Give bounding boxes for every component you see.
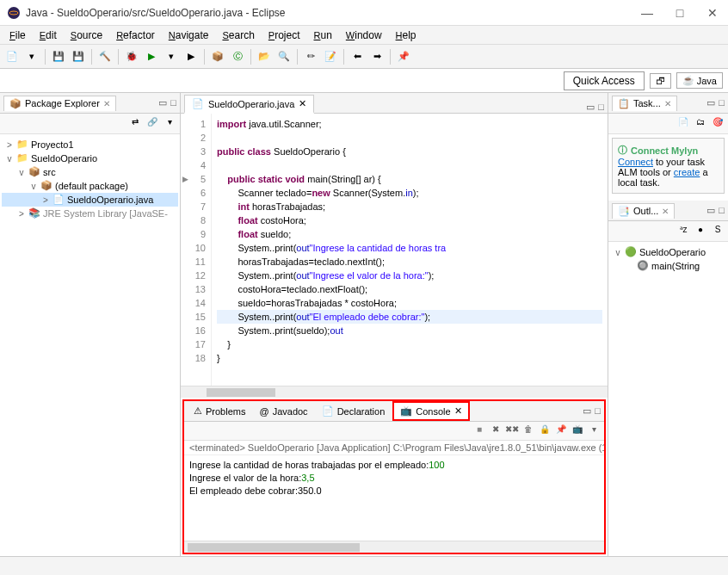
tree-item[interactable]: >📄SueldoOperario.java [2, 193, 178, 207]
menu-help[interactable]: Help [390, 28, 423, 43]
console-h-scrollbar[interactable] [184, 541, 604, 553]
minimize-button[interactable]: — [639, 6, 656, 20]
bottom-maximize-icon[interactable]: □ [595, 405, 601, 417]
hide-fields-icon[interactable]: ● [694, 225, 707, 238]
outline-min-icon[interactable]: ▭ [706, 205, 715, 216]
package-explorer-tree[interactable]: >📁Proyecto1v📁SueldoOperariov📦srcv📦(defau… [0, 134, 180, 556]
remove-launch-icon[interactable]: ✖ [489, 424, 503, 438]
task-list-tab[interactable]: 📋 Task... ✕ [612, 96, 677, 111]
menu-edit[interactable]: Edit [34, 28, 63, 43]
search-button[interactable]: 🔍 [275, 48, 293, 65]
annotation-button[interactable]: 📝 [322, 48, 339, 65]
minimize-view-icon[interactable]: ▭ [158, 97, 167, 108]
menu-run[interactable]: Run [308, 28, 338, 43]
open-console-icon[interactable]: ▾ [587, 424, 601, 438]
save-all-button[interactable]: 💾 [70, 48, 87, 65]
sort-icon[interactable]: ᵃz [676, 225, 690, 238]
task-close-icon[interactable]: ✕ [664, 99, 671, 108]
outline-tree[interactable]: v🟢SueldoOperario🔘main(String [608, 242, 728, 556]
java-perspective-button[interactable]: ☕ Java [676, 72, 723, 89]
menu-source[interactable]: Source [65, 28, 108, 43]
clear-console-icon[interactable]: 🗑 [521, 424, 535, 438]
outline-header: 📑 Outl... ✕ ▭ □ [608, 201, 728, 221]
maximize-button[interactable]: □ [671, 6, 688, 20]
task-max-icon[interactable]: □ [719, 97, 725, 108]
tree-item[interactable]: v📁SueldoOperario [2, 151, 178, 165]
bottom-minimize-icon[interactable]: ▭ [583, 405, 591, 417]
new-class-button[interactable]: Ⓒ [229, 48, 246, 65]
scroll-lock-icon[interactable]: 🔒 [538, 424, 552, 438]
menu-navigate[interactable]: Navigate [163, 28, 215, 43]
editor-minimize-icon[interactable]: ▭ [586, 102, 595, 113]
tree-item[interactable]: >📚JRE System Library [JavaSE- [2, 207, 178, 220]
forward-button[interactable]: ➡ [368, 48, 386, 65]
java-perspective-icon: ☕ [682, 75, 694, 86]
quick-access-bar: Quick Access 🗗 ☕ Java [0, 69, 728, 93]
new-dropdown[interactable]: ▾ [23, 48, 40, 65]
focus-icon[interactable]: 🎯 [711, 117, 725, 131]
remove-all-icon[interactable]: ✖✖ [505, 424, 519, 438]
editor-tab-close-icon[interactable]: ✕ [299, 98, 306, 109]
close-button[interactable]: ✕ [704, 6, 721, 20]
new-button[interactable]: 📄 [3, 48, 21, 65]
code-area[interactable]: import java.util.Scanner; public class S… [212, 114, 608, 386]
menu-project[interactable]: Project [262, 28, 306, 43]
new-task-icon[interactable]: 📄 [676, 117, 690, 131]
view-menu-icon[interactable]: ▾ [163, 117, 176, 131]
terminate-icon[interactable]: ■ [472, 424, 486, 438]
maximize-view-icon[interactable]: □ [170, 97, 176, 108]
run-button[interactable]: ▶ [143, 48, 160, 65]
bottom-tab-javadoc[interactable]: @Javadoc [253, 404, 313, 419]
open-perspective-button[interactable]: 🗗 [650, 73, 671, 89]
menu-refactor[interactable]: Refactor [110, 28, 161, 43]
pin-button[interactable]: 📌 [395, 48, 412, 65]
tree-item[interactable]: >📁Proyecto1 [2, 138, 178, 151]
task-toolbar: 📄 🗂 🎯 [608, 114, 728, 134]
back-button[interactable]: ⬅ [349, 48, 366, 65]
editor-content[interactable]: 1234▶56789101112131415161718 import java… [181, 114, 608, 386]
hide-static-icon[interactable]: S [711, 225, 725, 238]
quick-access-field[interactable]: Quick Access [564, 71, 645, 90]
categorize-icon[interactable]: 🗂 [694, 117, 707, 131]
outline-tab[interactable]: 📑 Outl... ✕ [612, 203, 675, 219]
link-editor-icon[interactable]: 🔗 [145, 117, 159, 131]
menu-window[interactable]: Window [340, 28, 388, 43]
open-type-button[interactable]: 📂 [256, 48, 273, 65]
tree-item[interactable]: v📦src [2, 165, 178, 179]
menu-search[interactable]: Search [216, 28, 260, 43]
outline-item[interactable]: v🟢SueldoOperario [610, 245, 726, 259]
package-explorer-toolbar: ⇄ 🔗 ▾ [0, 114, 180, 134]
run-dropdown[interactable]: ▾ [163, 48, 180, 65]
package-explorer-panel: 📦 Package Explorer ✕ ▭ □ ⇄ 🔗 ▾ >📁Proyect… [0, 93, 181, 556]
display-console-icon[interactable]: 📺 [571, 424, 584, 438]
bottom-tabs: ⚠Problems@Javadoc📄Declaration📺Console ✕ … [184, 401, 604, 422]
editor-tab-sueldooperario[interactable]: 📄 SueldoOperario.java ✕ [184, 95, 314, 114]
build-button[interactable]: 🔨 [96, 48, 114, 65]
new-package-button[interactable]: 📦 [209, 48, 226, 65]
task-icon: 📋 [618, 98, 630, 109]
collapse-all-icon[interactable]: ⇄ [128, 117, 142, 131]
bottom-tab-problems[interactable]: ⚠Problems [188, 403, 251, 419]
package-explorer-close-icon[interactable]: ✕ [103, 99, 110, 108]
mylyn-connect-link[interactable]: Connect [618, 157, 653, 167]
coverage-button[interactable]: ▶ [182, 48, 200, 65]
pin-console-icon[interactable]: 📌 [554, 424, 568, 438]
bottom-tab-console[interactable]: 📺Console ✕ [392, 401, 469, 421]
editor-area: 📄 SueldoOperario.java ✕ ▭ □ 1234▶5678910… [181, 93, 608, 398]
debug-button[interactable]: 🐞 [123, 48, 140, 65]
editor-h-scrollbar[interactable] [181, 386, 608, 398]
editor-maximize-icon[interactable]: □ [598, 102, 604, 113]
package-explorer-tab[interactable]: 📦 Package Explorer ✕ [3, 96, 116, 111]
outline-close-icon[interactable]: ✕ [662, 207, 669, 216]
toggle-mark-button[interactable]: ✏ [302, 48, 319, 65]
task-min-icon[interactable]: ▭ [706, 97, 715, 108]
menu-file[interactable]: File [3, 28, 32, 43]
bottom-tab-declaration[interactable]: 📄Declaration [316, 403, 392, 419]
tree-item[interactable]: v📦(default package) [2, 179, 178, 193]
eclipse-icon [7, 6, 21, 20]
save-button[interactable]: 💾 [50, 48, 67, 65]
console-output[interactable]: Ingrese la cantidad de horas trabajadas … [184, 455, 604, 541]
outline-item[interactable]: 🔘main(String [610, 259, 726, 273]
mylyn-create-link[interactable]: create [674, 167, 700, 177]
outline-max-icon[interactable]: □ [719, 205, 725, 216]
